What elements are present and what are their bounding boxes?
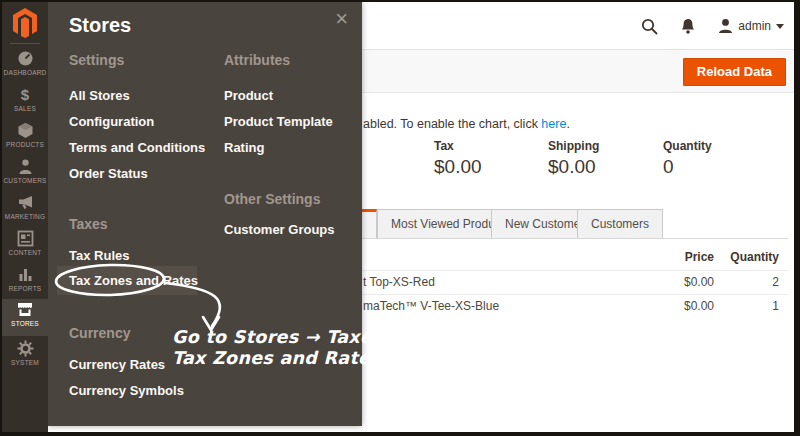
flyout-title: Stores [69, 14, 131, 37]
table-row-price: $0.00 [644, 299, 714, 313]
menu-item-customer-groups[interactable]: Customer Groups [224, 222, 335, 237]
sidebar-item-label: STORES [2, 320, 48, 327]
sidebar-item-sales[interactable]: $ SALES [2, 84, 48, 120]
stores-flyout-menu: Stores × Settings All Stores Configurati… [48, 2, 362, 426]
menu-item-configuration[interactable]: Configuration [69, 114, 154, 129]
sidebar-item-marketing[interactable]: MARKETING [2, 192, 48, 228]
section-heading-attributes: Attributes [224, 52, 290, 68]
tab-bestsellers-partial[interactable] [360, 209, 377, 239]
sidebar-item-label: CONTENT [2, 249, 48, 256]
content-icon [2, 230, 48, 248]
table-row-product-name: t Top-XS-Red [363, 275, 435, 289]
top-bar-actions: admin [641, 2, 784, 50]
tabs-baseline-divider [360, 238, 788, 239]
user-icon [718, 18, 733, 34]
sidebar-item-label: DASHBOARD [2, 69, 48, 76]
customers-icon [2, 158, 48, 176]
stat-label: Shipping [548, 139, 599, 153]
menu-item-terms-and-conditions[interactable]: Terms and Conditions [69, 140, 205, 155]
menu-item-product-template[interactable]: Product Template [224, 114, 333, 129]
stores-icon [2, 301, 48, 319]
stat-shipping: Shipping $0.00 [548, 139, 599, 178]
notice-text: abled. To enable the chart, click [363, 117, 541, 131]
magento-logo[interactable] [2, 7, 48, 43]
row-divider [360, 270, 788, 271]
row-divider [360, 294, 788, 295]
reports-icon [2, 266, 48, 284]
sidebar-item-customers[interactable]: CUSTOMERS [2, 156, 48, 192]
column-header-quantity: Quantity [709, 250, 779, 264]
sidebar-item-label: SALES [2, 105, 48, 112]
magento-admin-screen: admin Reload Data abled. To enable the c… [2, 2, 794, 432]
menu-item-product[interactable]: Product [224, 88, 273, 103]
sidebar-item-label: CUSTOMERS [2, 177, 48, 184]
screenshot-frame: admin Reload Data abled. To enable the c… [0, 0, 800, 436]
search-icon[interactable] [641, 18, 658, 35]
tab-customers[interactable]: Customers [577, 209, 663, 239]
products-icon [2, 122, 48, 140]
sidebar-item-products[interactable]: PRODUCTS [2, 120, 48, 156]
section-heading-currency: Currency [69, 325, 130, 341]
stat-quantity: Quantity 0 [663, 139, 712, 178]
sidebar-divider [10, 43, 40, 44]
sales-icon: $ [2, 86, 48, 104]
sidebar-item-dashboard[interactable]: DASHBOARD [2, 48, 48, 84]
menu-item-tax-rules[interactable]: Tax Rules [69, 248, 129, 263]
caret-down-icon [776, 24, 784, 29]
stat-tax: Tax $0.00 [434, 139, 482, 178]
notifications-bell-icon[interactable] [680, 18, 696, 35]
section-heading-other-settings: Other Settings [224, 191, 320, 207]
stat-label: Tax [434, 139, 482, 153]
marketing-icon [2, 194, 48, 212]
chart-disabled-notice: abled. To enable the chart, click here. [363, 117, 570, 131]
sidebar-item-stores[interactable]: STORES [2, 299, 48, 336]
notice-period: . [566, 117, 569, 131]
table-row-quantity: 1 [709, 299, 779, 313]
admin-sidebar: DASHBOARD $ SALES PRODUCTS CUSTOMERS MAR… [2, 2, 48, 432]
menu-item-currency-symbols[interactable]: Currency Symbols [69, 383, 184, 398]
admin-user-menu[interactable]: admin [718, 18, 784, 34]
stat-label: Quantity [663, 139, 712, 153]
system-icon [2, 340, 48, 358]
menu-item-tax-zones-and-rates[interactable]: Tax Zones and Rates [69, 273, 198, 288]
menu-item-order-status[interactable]: Order Status [69, 166, 148, 181]
reload-data-button[interactable]: Reload Data [683, 58, 786, 86]
sidebar-item-label: PRODUCTS [2, 141, 48, 148]
dashboard-icon [2, 50, 48, 68]
sidebar-item-system[interactable]: SYSTEM [2, 338, 48, 374]
close-icon[interactable]: × [335, 8, 348, 30]
sidebar-item-reports[interactable]: REPORTS [2, 264, 48, 300]
sidebar-item-label: MARKETING [2, 213, 48, 220]
column-header-price: Price [644, 250, 714, 264]
section-heading-settings: Settings [69, 52, 124, 68]
stat-value: $0.00 [434, 156, 482, 178]
table-row-product-name: maTech™ V-Tee-XS-Blue [363, 299, 499, 313]
menu-item-currency-rates[interactable]: Currency Rates [69, 357, 165, 372]
table-row-price: $0.00 [644, 275, 714, 289]
admin-username: admin [738, 19, 771, 33]
stat-value: $0.00 [548, 156, 599, 178]
section-heading-taxes: Taxes [69, 216, 108, 232]
sidebar-item-label: SYSTEM [2, 359, 48, 366]
menu-item-rating[interactable]: Rating [224, 140, 264, 155]
sidebar-item-label: REPORTS [2, 285, 48, 292]
sidebar-item-content[interactable]: CONTENT [2, 228, 48, 264]
stat-value: 0 [663, 156, 712, 178]
menu-item-all-stores[interactable]: All Stores [69, 88, 130, 103]
table-row-quantity: 2 [709, 275, 779, 289]
enable-chart-link[interactable]: here [541, 117, 566, 131]
